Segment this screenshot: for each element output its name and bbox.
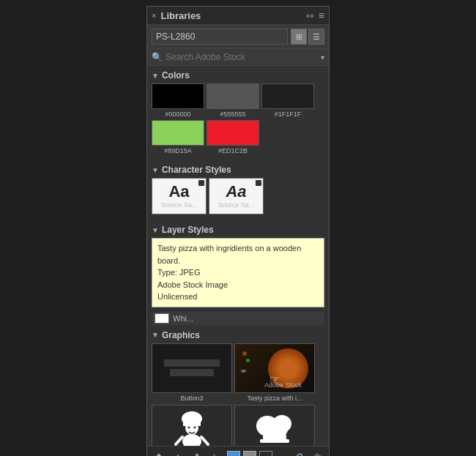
color-label-darkgray: #1F1F1F [275, 111, 302, 118]
color-label-green: #89D15A [164, 147, 192, 154]
ingredient-1 [242, 351, 247, 356]
list-view-button[interactable]: ☰ [308, 29, 324, 45]
btn3-bar-2 [170, 369, 213, 376]
close-icon[interactable]: × [152, 11, 156, 20]
color-swatch-gray [207, 83, 259, 109]
upload-button[interactable]: ⬆ [151, 449, 167, 456]
char-styles-section-header[interactable]: ▼ Character Styles [152, 160, 324, 178]
graphic-label-pizza: Tasty pizza with i... [234, 395, 315, 402]
search-icon: 🔍 [152, 52, 163, 62]
graphic-item-button3[interactable]: Button3 [152, 343, 232, 402]
color-item-green[interactable]: #89D15A [152, 120, 204, 154]
char-style-label-2: Source Sa... [218, 201, 255, 209]
layer-styles-section-header[interactable]: ▼ Layer Styles [152, 220, 324, 238]
white-layer-thumb [155, 313, 169, 324]
link-button[interactable]: 🔗 [290, 449, 306, 456]
pizza-thumb: Adobe Stock ☞ [234, 343, 315, 393]
color-swatch-black [152, 83, 204, 109]
color-gray-button[interactable] [243, 451, 256, 456]
char-styles-grid: Aa Source Sa... Aa Source Sa... [152, 178, 324, 214]
char-styles-title: Character Styles [162, 165, 231, 175]
color-label-gray: #555555 [220, 111, 245, 118]
grid-view-button[interactable]: ⊞ [291, 29, 307, 45]
graphic-label-button3: Button3 [152, 395, 232, 402]
colors-title: Colors [162, 70, 190, 81]
title-bar-right: «« ≡ [306, 10, 324, 21]
graphics-section-header[interactable]: ▼ Graphics [152, 327, 324, 343]
tooltip-title: Tasty pizza with ingridients on a wooden… [157, 242, 319, 266]
char-style-label-1: Source Sa... [161, 201, 198, 209]
svg-line-4 [176, 437, 182, 444]
char-style-item-2[interactable]: Aa Source Sa... [209, 178, 264, 214]
ingredient-2 [246, 359, 250, 362]
tooltip-box: Tasty pizza with ingridients on a wooden… [152, 238, 324, 307]
chef-svg [163, 408, 221, 452]
search-input[interactable] [166, 52, 318, 62]
btn3-bar-1 [164, 359, 220, 367]
color-dark-button[interactable] [259, 451, 272, 456]
graphic-item-pizza[interactable]: Adobe Stock ☞ Tasty pizza with i... [234, 343, 315, 402]
tooltip-source: Adobe Stock Image [157, 279, 319, 291]
collapse-icon[interactable]: «« [306, 12, 314, 20]
layer-styles-arrow: ▼ [152, 226, 159, 234]
colors-arrow: ▼ [152, 72, 159, 80]
char-style-letter-2: Aa [226, 184, 246, 200]
title-bar: × Libraries «« ≡ [147, 7, 329, 25]
view-toggle: ⊞ ☰ [291, 29, 324, 45]
color-swatch-darkgray [261, 83, 314, 109]
dropdown-bar: PS-L2860 ⊞ ☰ [147, 25, 329, 49]
svg-point-7 [194, 426, 196, 428]
search-dropdown-arrow[interactable]: ▾ [321, 53, 324, 61]
ingredient-3 [241, 370, 246, 373]
menu-icon[interactable]: ≡ [319, 10, 324, 21]
library-dropdown[interactable]: PS-L2860 [152, 29, 288, 45]
graphics-arrow: ▼ [152, 331, 159, 339]
panel-title: Libraries [160, 10, 201, 21]
hat-svg [245, 408, 304, 452]
color-item-darkgray[interactable]: #1F1F1F [261, 83, 314, 118]
title-bar-left: × Libraries [152, 10, 201, 21]
colors-section-header[interactable]: ▼ Colors [152, 66, 324, 83]
white-layer-label: Whi... [173, 314, 193, 323]
char-style-letter-1: Aa [168, 184, 189, 200]
search-bar: 🔍 ▾ [147, 49, 329, 66]
color-swatch-green [152, 120, 204, 146]
colors-grid: #000000 #555555 #1F1F1F #89D15A #ED1C2B [152, 83, 324, 154]
cursor-hand: ☞ [269, 373, 280, 386]
trash-button[interactable]: 🗑 [309, 449, 325, 456]
tooltip-license: Unlicensed [157, 291, 319, 303]
svg-line-5 [201, 437, 208, 444]
fx-button[interactable]: fx [208, 449, 224, 456]
graphics-grid: Button3 Adobe Stock ☞ Tasty pizza with i… [152, 343, 324, 402]
tooltip-type: Type: JPEG [157, 266, 319, 279]
bottom-toolbar: ⬆ ✦ A fx 🔗 🗑 [147, 446, 329, 456]
svg-rect-11 [263, 434, 286, 440]
color-item-black[interactable]: #000000 [152, 83, 204, 118]
char-style-corner-1 [198, 180, 204, 186]
char-style-corner-2 [256, 180, 261, 186]
color-item-gray[interactable]: #555555 [207, 83, 259, 118]
button3-thumb [152, 343, 232, 393]
color-blue-button[interactable] [227, 451, 240, 456]
svg-rect-12 [260, 439, 289, 443]
brush-button[interactable]: ✦ [170, 449, 186, 456]
panel-content: ▼ Colors #000000 #555555 #1F1F1F #89D15A [147, 66, 329, 456]
text-button[interactable]: A [189, 449, 205, 456]
color-swatch-red [207, 120, 259, 146]
char-styles-arrow: ▼ [152, 166, 159, 174]
color-label-red: #ED1C2B [218, 147, 248, 154]
color-item-red[interactable]: #ED1C2B [207, 120, 259, 154]
svg-point-6 [188, 426, 190, 428]
graphics-title: Graphics [162, 330, 200, 340]
libraries-panel: × Libraries «« ≡ PS-L2860 ⊞ ☰ 🔍 ▾ ▼ Colo… [146, 6, 330, 456]
layer-styles-title: Layer Styles [162, 225, 214, 235]
color-label-black: #000000 [165, 111, 190, 118]
char-style-item-1[interactable]: Aa Source Sa... [152, 178, 207, 214]
white-layer-row[interactable]: Whi... [152, 312, 324, 325]
